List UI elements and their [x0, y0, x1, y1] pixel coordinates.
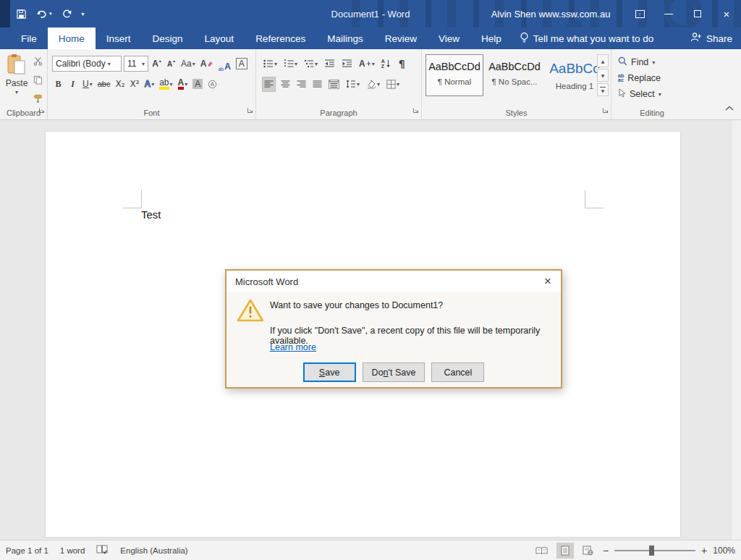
tab-design[interactable]: Design [142, 27, 194, 49]
styles-more-button[interactable]: ▼ [597, 83, 609, 96]
find-label: Find [631, 57, 648, 67]
replace-button[interactable]: abac Replace [618, 71, 661, 85]
tab-file[interactable]: File [10, 27, 48, 49]
shading-button[interactable]: ▾ [365, 77, 381, 92]
character-shading-button[interactable]: A [191, 77, 204, 92]
save-icon[interactable] [16, 9, 27, 20]
align-center-button[interactable] [279, 77, 292, 92]
tab-home[interactable]: Home [48, 27, 96, 49]
ribbon-display-options-icon[interactable]: ↑ [625, 0, 654, 27]
tab-references[interactable]: References [245, 27, 316, 49]
styles-scroll-down-button[interactable]: ▼ [597, 69, 609, 82]
highlight-color-button[interactable]: ab▾ [158, 77, 174, 92]
italic-button[interactable]: I [67, 77, 79, 92]
underline-button[interactable]: U▾ [81, 77, 94, 92]
proofing-icon[interactable] [96, 545, 109, 556]
select-label: Select [630, 89, 655, 99]
style-normal[interactable]: AaBbCcDd ¶ Normal [425, 54, 483, 96]
line-spacing-button[interactable]: ▾ [344, 77, 361, 92]
align-right-button[interactable] [295, 77, 308, 92]
style-name-label: Heading 1 [556, 82, 593, 90]
close-button[interactable]: × [712, 0, 741, 27]
margin-mark-top-right-horizontal [585, 208, 604, 208]
vertical-scrollbar[interactable] [731, 120, 741, 540]
sort-button[interactable]: AZ [380, 56, 392, 72]
enclose-characters-button[interactable] [206, 77, 219, 92]
style-no-spacing[interactable]: AaBbCcDd ¶ No Spac... [486, 54, 543, 96]
paste-dropdown-icon[interactable]: ▾ [15, 89, 18, 96]
save-button[interactable]: Save [303, 362, 356, 382]
superscript-button[interactable]: X² [128, 77, 140, 92]
distribute-text-button[interactable] [327, 77, 341, 92]
dont-save-button[interactable]: Don't Save [363, 362, 425, 382]
align-left-button[interactable] [262, 77, 276, 92]
undo-button[interactable]: ▾ [36, 9, 52, 19]
select-cursor-icon [618, 88, 626, 100]
find-button[interactable]: Find ▾ [618, 55, 655, 69]
font-family-combo[interactable]: Calibri (Body ▾ [52, 56, 122, 72]
font-family-value: Calibri (Body [56, 59, 106, 69]
style-heading1[interactable]: AaBbCc Heading 1 [546, 54, 604, 96]
tell-me-box[interactable]: Tell me what you want to do [520, 27, 654, 49]
decrease-indent-button[interactable] [323, 56, 336, 72]
collapse-ribbon-icon[interactable] [725, 101, 734, 114]
bold-button[interactable]: B [52, 77, 64, 92]
numbering-button[interactable]: ▾ [282, 56, 299, 72]
font-color-button[interactable]: A▾ [177, 77, 190, 92]
asian-layout-button[interactable]: A▾ [357, 56, 376, 72]
tab-mailings[interactable]: Mailings [316, 27, 374, 49]
tab-help[interactable]: Help [470, 27, 512, 49]
borders-button[interactable]: ▾ [385, 77, 401, 92]
show-formatting-marks-button[interactable]: ¶ [396, 56, 408, 72]
page-count[interactable]: Page 1 of 1 [6, 546, 48, 555]
maximize-button[interactable] [683, 0, 712, 27]
zoom-in-button[interactable]: + [701, 545, 707, 556]
zoom-slider-thumb[interactable] [649, 546, 654, 556]
bullets-button[interactable]: ▾ [262, 56, 279, 72]
grow-font-button[interactable]: A▴ [151, 56, 163, 72]
clear-formatting-button[interactable]: A [199, 56, 215, 72]
cut-icon[interactable] [33, 56, 43, 69]
paste-button[interactable]: Paste ▾ [2, 54, 31, 96]
styles-gallery-scroll: ▲ ▼ ▼ [597, 54, 609, 96]
tab-view[interactable]: View [428, 27, 470, 49]
title-bar: ▾ ▾ Document1 - Word Alvin Shen www.ssw.… [0, 0, 741, 27]
justify-button[interactable] [311, 77, 323, 92]
font-size-combo[interactable]: 11 ▾ [124, 56, 148, 72]
font-group: Calibri (Body ▾ 11 ▾ A▴ A▴ Aa▾ A abA A B… [48, 49, 256, 119]
account-name[interactable]: Alvin Shen www.ssw.com.au [482, 0, 619, 27]
character-border-button[interactable]: A [234, 56, 249, 72]
strikethrough-button[interactable]: abc [96, 77, 112, 92]
copy-icon[interactable] [33, 75, 43, 88]
styles-scroll-up-button[interactable]: ▲ [597, 54, 609, 67]
style-name-label: ¶ Normal [438, 77, 471, 86]
select-button[interactable]: Select ▾ [618, 87, 661, 101]
undo-dropdown-icon[interactable]: ▾ [49, 11, 52, 17]
web-layout-button[interactable] [580, 543, 597, 559]
subscript-button[interactable]: X₂ [114, 77, 126, 92]
phonetic-guide-button[interactable]: abA [216, 56, 232, 72]
language-indicator[interactable]: English (Australia) [120, 546, 187, 555]
shrink-font-button[interactable]: A▴ [165, 56, 177, 72]
margin-mark-top-right-vertical [585, 190, 585, 208]
text-effects-button[interactable]: A▾ [143, 77, 156, 92]
increase-indent-button[interactable] [340, 56, 354, 72]
dialog-close-icon[interactable]: × [538, 272, 558, 291]
learn-more-link[interactable]: Learn more [270, 342, 316, 352]
word-count[interactable]: 1 word [60, 546, 85, 555]
change-case-button[interactable]: Aa▾ [179, 56, 197, 72]
tab-layout[interactable]: Layout [194, 27, 245, 49]
cancel-button[interactable]: Cancel [431, 362, 484, 382]
zoom-level[interactable]: 100% [713, 546, 735, 556]
tab-insert[interactable]: Insert [96, 27, 142, 49]
print-layout-button[interactable] [556, 543, 574, 559]
tab-review[interactable]: Review [374, 27, 428, 49]
zoom-slider[interactable] [614, 550, 695, 551]
zoom-out-button[interactable]: − [603, 545, 609, 556]
share-button[interactable]: Share [690, 27, 732, 49]
redo-icon[interactable] [62, 9, 72, 20]
minimize-button[interactable]: — [654, 0, 683, 27]
read-mode-button[interactable] [533, 543, 551, 559]
customize-quick-access-icon[interactable]: ▾ [82, 11, 85, 17]
multilevel-list-button[interactable]: ▾ [302, 56, 319, 72]
